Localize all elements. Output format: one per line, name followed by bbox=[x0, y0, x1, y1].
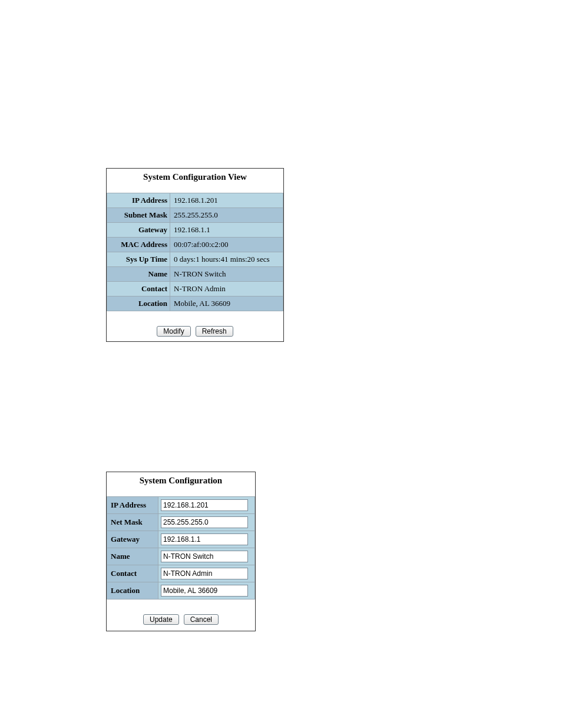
label-contact: Contact bbox=[107, 282, 170, 297]
row-sys-up-time: Sys Up Time 0 days:1 hours:41 mins:20 se… bbox=[107, 252, 283, 267]
edit-label-ip-address: IP Address bbox=[107, 497, 158, 514]
value-mac-address: 00:07:af:00:c2:00 bbox=[170, 238, 283, 252]
row-location: Location Mobile, AL 36609 bbox=[107, 297, 283, 311]
label-gateway: Gateway bbox=[107, 223, 170, 238]
label-ip-address: IP Address bbox=[107, 193, 170, 208]
update-button[interactable]: Update bbox=[143, 614, 179, 625]
label-subnet-mask: Subnet Mask bbox=[107, 208, 170, 223]
row-name: Name N-TRON Switch bbox=[107, 267, 283, 282]
system-config-edit-panel: System Configuration IP Address Net Mask… bbox=[106, 472, 256, 631]
row-ip-address: IP Address 192.168.1.201 bbox=[107, 193, 283, 208]
value-sys-up-time: 0 days:1 hours:41 mins:20 secs bbox=[170, 252, 283, 267]
edit-field-gateway-cell bbox=[158, 531, 255, 548]
label-mac-address: MAC Address bbox=[107, 238, 170, 252]
value-ip-address: 192.168.1.201 bbox=[170, 193, 283, 208]
view-button-row: Modify Refresh bbox=[107, 311, 283, 341]
edit-label-contact: Contact bbox=[107, 565, 158, 582]
edit-field-location-cell bbox=[158, 582, 255, 599]
refresh-button[interactable]: Refresh bbox=[196, 326, 233, 337]
value-subnet-mask: 255.255.255.0 bbox=[170, 208, 283, 223]
contact-input[interactable] bbox=[161, 568, 248, 579]
edit-row-gateway: Gateway bbox=[107, 531, 255, 548]
edit-label-net-mask: Net Mask bbox=[107, 514, 158, 531]
edit-field-ip-address-cell bbox=[158, 497, 255, 514]
cancel-button[interactable]: Cancel bbox=[184, 614, 219, 625]
edit-row-location: Location bbox=[107, 582, 255, 599]
ip-address-input[interactable] bbox=[161, 499, 248, 511]
value-name: N-TRON Switch bbox=[170, 267, 283, 282]
edit-row-net-mask: Net Mask bbox=[107, 514, 255, 531]
edit-field-net-mask-cell bbox=[158, 514, 255, 531]
edit-field-name-cell bbox=[158, 548, 255, 565]
row-gateway: Gateway 192.168.1.1 bbox=[107, 223, 283, 238]
edit-label-gateway: Gateway bbox=[107, 531, 158, 548]
modify-button[interactable]: Modify bbox=[157, 326, 190, 337]
system-config-view-title: System Configuration View bbox=[107, 169, 283, 193]
edit-field-contact-cell bbox=[158, 565, 255, 582]
value-location: Mobile, AL 36609 bbox=[170, 297, 283, 311]
net-mask-input[interactable] bbox=[161, 516, 248, 528]
system-config-edit-title: System Configuration bbox=[107, 472, 255, 496]
location-input[interactable] bbox=[161, 585, 248, 597]
value-contact: N-TRON Admin bbox=[170, 282, 283, 297]
label-location: Location bbox=[107, 297, 170, 311]
edit-row-ip-address: IP Address bbox=[107, 497, 255, 514]
system-config-view-table: IP Address 192.168.1.201 Subnet Mask 255… bbox=[107, 193, 283, 311]
edit-row-name: Name bbox=[107, 548, 255, 565]
name-input[interactable] bbox=[161, 551, 248, 562]
row-mac-address: MAC Address 00:07:af:00:c2:00 bbox=[107, 238, 283, 252]
value-gateway: 192.168.1.1 bbox=[170, 223, 283, 238]
row-contact: Contact N-TRON Admin bbox=[107, 282, 283, 297]
edit-label-location: Location bbox=[107, 582, 158, 599]
system-config-view-panel: System Configuration View IP Address 192… bbox=[106, 168, 284, 342]
gateway-input[interactable] bbox=[161, 533, 248, 545]
label-name: Name bbox=[107, 267, 170, 282]
label-sys-up-time: Sys Up Time bbox=[107, 252, 170, 267]
row-subnet-mask: Subnet Mask 255.255.255.0 bbox=[107, 208, 283, 223]
edit-row-contact: Contact bbox=[107, 565, 255, 582]
edit-label-name: Name bbox=[107, 548, 158, 565]
system-config-edit-table: IP Address Net Mask Gateway Name Contact bbox=[107, 496, 255, 599]
edit-button-row: Update Cancel bbox=[107, 599, 255, 631]
